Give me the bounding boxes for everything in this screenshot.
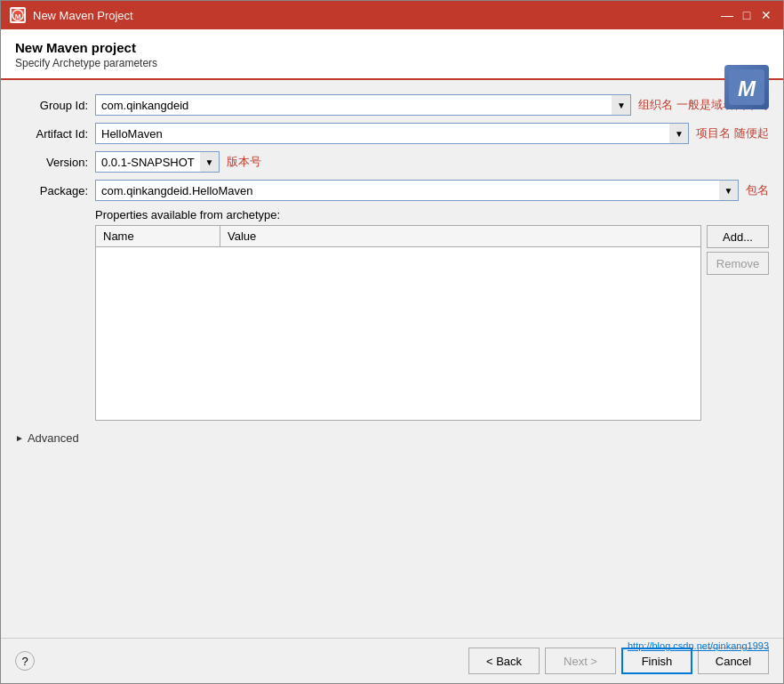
- advanced-section[interactable]: ► Advanced: [15, 431, 769, 445]
- help-button[interactable]: ?: [15, 651, 35, 671]
- dialog-title: New Maven project: [15, 40, 769, 55]
- finish-button[interactable]: Finish: [621, 648, 692, 674]
- content-area: Group Id: ▼ 组织名 一般是域名倒序写 Artifact Id: ▼ …: [1, 80, 783, 638]
- group-id-dropdown-arrow[interactable]: ▼: [612, 94, 631, 116]
- table-col-name: Name: [96, 226, 220, 246]
- version-row: Version: 0.0.1-SNAPSHOT ▼ 版本号: [15, 151, 769, 173]
- properties-label: Properties available from archetype:: [95, 208, 769, 221]
- group-id-row: Group Id: ▼ 组织名 一般是域名倒序写: [15, 94, 769, 116]
- group-id-label: Group Id:: [15, 99, 95, 112]
- version-label: Version:: [15, 156, 95, 169]
- package-label: Package:: [15, 184, 95, 197]
- next-button[interactable]: Next >: [545, 648, 616, 674]
- header-section: New Maven project Specify Archetype para…: [1, 29, 783, 80]
- group-id-input[interactable]: [95, 94, 631, 116]
- advanced-arrow-icon: ►: [15, 433, 24, 443]
- properties-table: Name Value: [95, 225, 701, 421]
- footer: ? < Back Next > Finish Cancel http://blo…: [1, 638, 783, 683]
- advanced-label: Advanced: [28, 431, 79, 445]
- minimize-button[interactable]: —: [719, 7, 735, 23]
- artifact-id-label: Artifact Id:: [15, 127, 95, 141]
- artifact-id-input[interactable]: [95, 123, 689, 144]
- package-row: Package: ▼ 包名: [15, 180, 769, 201]
- artifact-id-annotation: 项目名 随便起: [696, 125, 769, 141]
- version-select[interactable]: 0.0.1-SNAPSHOT: [95, 151, 220, 173]
- package-annotation: 包名: [746, 182, 769, 198]
- dialog-subtitle: Specify Archetype parameters: [15, 57, 769, 69]
- window-controls: — □ ✕: [719, 7, 774, 23]
- back-button[interactable]: < Back: [468, 648, 540, 674]
- cancel-button[interactable]: Cancel: [698, 648, 769, 674]
- watermark: http://blog.csdn.net/qinkang1993: [628, 640, 769, 651]
- properties-section: Name Value Add... Remove: [95, 225, 769, 421]
- add-button[interactable]: Add...: [707, 225, 769, 248]
- app-icon: M: [10, 7, 26, 23]
- remove-button[interactable]: Remove: [707, 252, 769, 275]
- version-select-wrapper: 0.0.1-SNAPSHOT ▼: [95, 151, 220, 173]
- table-col-value: Value: [220, 226, 700, 246]
- svg-text:M: M: [738, 76, 756, 101]
- close-button[interactable]: ✕: [758, 7, 774, 23]
- table-buttons: Add... Remove: [707, 225, 769, 421]
- version-annotation: 版本号: [227, 154, 261, 170]
- group-id-input-wrapper: ▼: [95, 94, 631, 116]
- package-input-wrapper: ▼: [95, 180, 739, 201]
- artifact-id-input-wrapper: ▼: [95, 123, 689, 144]
- package-input[interactable]: [95, 180, 739, 201]
- window-title: New Maven Project: [33, 9, 133, 22]
- title-bar: M New Maven Project — □ ✕: [1, 1, 783, 29]
- svg-text:M: M: [15, 12, 21, 20]
- package-dropdown-arrow[interactable]: ▼: [719, 180, 739, 201]
- footer-left: ?: [15, 651, 35, 671]
- dialog-window: M New Maven Project — □ ✕ New Maven proj…: [0, 0, 784, 684]
- table-header: Name Value: [96, 226, 700, 247]
- artifact-id-row: Artifact Id: ▼ 项目名 随便起: [15, 123, 769, 144]
- table-body[interactable]: [96, 247, 700, 416]
- maven-logo: M: [724, 65, 769, 109]
- artifact-id-dropdown-arrow[interactable]: ▼: [669, 123, 689, 144]
- footer-buttons: < Back Next > Finish Cancel: [468, 648, 769, 674]
- maximize-button[interactable]: □: [739, 7, 755, 23]
